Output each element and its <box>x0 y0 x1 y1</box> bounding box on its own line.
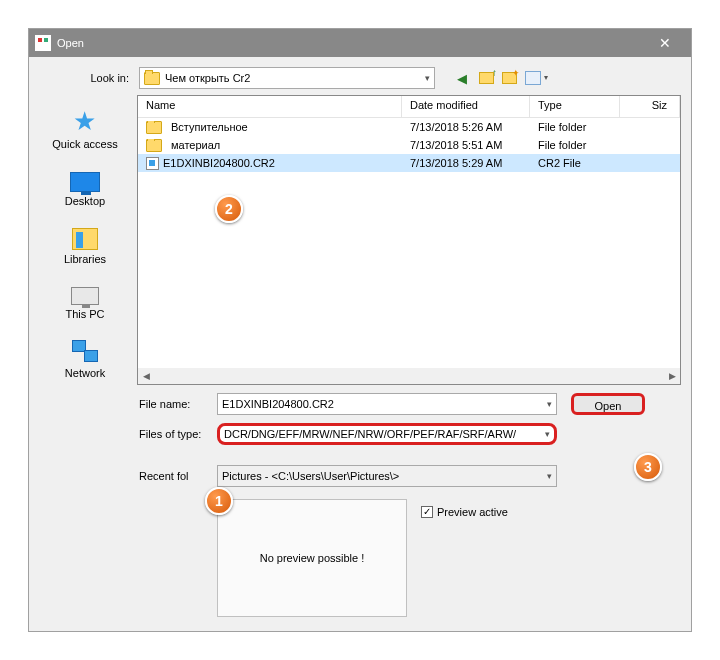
preview-box: No preview possible ! <box>217 499 407 617</box>
close-icon[interactable]: ✕ <box>645 35 685 51</box>
dialog-body: Look in: Чем открыть Cr2 ▾ ◀ ★ Quick acc… <box>29 57 691 631</box>
network-icon <box>70 338 100 364</box>
open-button[interactable]: Open <box>571 393 645 415</box>
preview-active-checkbox[interactable]: ✓ Preview active <box>421 506 508 518</box>
desktop-icon <box>70 172 100 192</box>
chevron-down-icon: ▾ <box>547 471 552 481</box>
filetype-row: Files of type: DCR/DNG/EFF/MRW/NEF/NRW/O… <box>139 423 681 445</box>
recent-row: Recent fol Pictures - <C:\Users\User\Pic… <box>139 465 681 487</box>
filename-label: File name: <box>139 398 217 410</box>
recent-select[interactable]: Pictures - <C:\Users\User\Pictures\> ▾ <box>217 465 557 487</box>
libraries-icon <box>72 228 98 250</box>
header-date[interactable]: Date modified <box>402 96 530 117</box>
nav-toolbar: ◀ <box>453 69 541 87</box>
scroll-left-icon[interactable]: ◀ <box>138 371 154 381</box>
mid-section: ★ Quick access Desktop Libraries This PC <box>39 95 681 385</box>
back-icon[interactable]: ◀ <box>453 69 471 87</box>
file-list-header: Name Date modified Type Siz <box>138 96 680 118</box>
folder-icon <box>146 121 162 134</box>
place-quick-access[interactable]: ★ Quick access <box>52 107 117 150</box>
bottom-section: File name: E1DXINBI204800.CR2 ▾ Open Fil… <box>39 385 681 617</box>
preview-options: ✓ Preview active <box>407 499 681 617</box>
checkbox-icon: ✓ <box>421 506 433 518</box>
preview-area: No preview possible ! ✓ Preview active <box>139 499 681 617</box>
up-folder-icon[interactable] <box>479 72 494 84</box>
file-row[interactable]: материал7/13/2018 5:51 AMFile folder <box>138 136 680 154</box>
lookin-select[interactable]: Чем открыть Cr2 ▾ <box>139 67 435 89</box>
filetype-select[interactable]: DCR/DNG/EFF/MRW/NEF/NRW/ORF/PEF/RAF/SRF/… <box>217 423 557 445</box>
chevron-down-icon: ▾ <box>545 429 550 439</box>
window-title: Open <box>57 37 645 49</box>
header-type[interactable]: Type <box>530 96 620 117</box>
file-row[interactable]: Вступительное7/13/2018 5:26 AMFile folde… <box>138 118 680 136</box>
scroll-right-icon[interactable]: ▶ <box>664 371 680 381</box>
place-network[interactable]: Network <box>65 338 105 379</box>
filetype-label: Files of type: <box>139 428 217 440</box>
folder-icon <box>146 139 162 152</box>
chevron-down-icon: ▾ <box>547 399 552 409</box>
star-icon: ★ <box>69 107 101 135</box>
filename-input[interactable]: E1DXINBI204800.CR2 ▾ <box>217 393 557 415</box>
file-icon <box>146 157 159 170</box>
open-dialog: Open ✕ Look in: Чем открыть Cr2 ▾ ◀ ★ Qu… <box>28 28 692 632</box>
places-bar: ★ Quick access Desktop Libraries This PC <box>39 95 131 385</box>
file-row[interactable]: E1DXINBI204800.CR27/13/2018 5:29 AMCR2 F… <box>138 154 680 172</box>
preview-empty-text: No preview possible ! <box>260 552 365 564</box>
callout-1: 1 <box>205 487 233 515</box>
callout-2: 2 <box>215 195 243 223</box>
chevron-down-icon: ▾ <box>425 73 430 83</box>
file-list: Name Date modified Type Siz Вступительно… <box>137 95 681 385</box>
place-this-pc[interactable]: This PC <box>65 283 104 320</box>
lookin-label: Look in: <box>39 72 139 84</box>
pc-icon <box>71 287 99 305</box>
place-libraries[interactable]: Libraries <box>64 225 106 265</box>
titlebar: Open ✕ <box>29 29 691 57</box>
place-desktop[interactable]: Desktop <box>65 168 105 207</box>
h-scrollbar[interactable]: ◀ ▶ <box>138 368 680 384</box>
header-name[interactable]: Name <box>138 96 402 117</box>
new-folder-icon[interactable] <box>502 72 517 84</box>
lookin-row: Look in: Чем открыть Cr2 ▾ ◀ <box>39 67 681 89</box>
view-menu-icon[interactable] <box>525 71 541 85</box>
recent-label: Recent fol <box>139 470 217 482</box>
folder-icon <box>144 72 160 85</box>
file-list-body: Вступительное7/13/2018 5:26 AMFile folde… <box>138 118 680 368</box>
app-icon <box>35 35 51 51</box>
callout-3: 3 <box>634 453 662 481</box>
lookin-value: Чем открыть Cr2 <box>165 72 250 84</box>
filename-row: File name: E1DXINBI204800.CR2 ▾ Open <box>139 393 681 415</box>
header-size[interactable]: Siz <box>620 96 680 117</box>
